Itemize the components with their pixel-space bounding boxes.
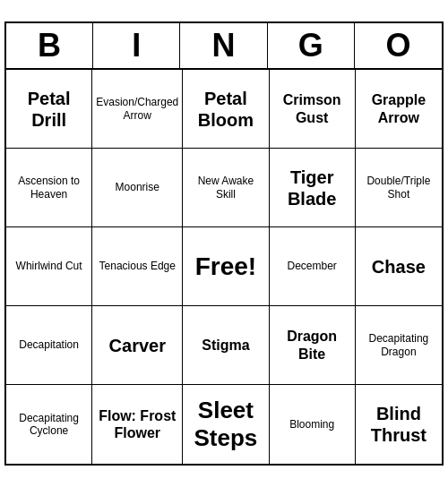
cell-text-20: Decapitating Cyclone: [10, 412, 88, 438]
cell-text-23: Blooming: [289, 418, 334, 431]
bingo-cell-1: Evasion/Charged Arrow: [92, 70, 183, 149]
bingo-cell-13: December: [270, 227, 356, 306]
header-letter-n: N: [180, 23, 267, 68]
header-letter-i: I: [93, 23, 180, 68]
bingo-cell-16: Carver: [92, 306, 183, 385]
cell-text-19: Decapitating Dragon: [359, 332, 438, 358]
bingo-cell-14: Chase: [356, 227, 442, 306]
cell-text-2: Petal Bloom: [186, 88, 264, 131]
bingo-grid: Petal DrillEvasion/Charged ArrowPetal Bl…: [6, 70, 442, 464]
cell-text-22: Sleet Steps: [186, 397, 264, 452]
bingo-cell-17: Stigma: [183, 306, 269, 385]
bingo-cell-11: Tenacious Edge: [92, 227, 183, 306]
cell-text-9: Double/Triple Shot: [359, 175, 438, 201]
cell-text-6: Moonrise: [116, 181, 159, 193]
cell-text-3: Crimson Gust: [273, 91, 351, 125]
cell-text-1: Evasion/Charged Arrow: [96, 96, 178, 122]
header-letter-b: B: [6, 23, 93, 68]
bingo-cell-19: Decapitating Dragon: [356, 306, 442, 385]
header-letter-o: O: [355, 23, 442, 68]
cell-text-7: New Awake Skill: [186, 175, 264, 201]
cell-text-10: Whirlwind Cut: [16, 260, 82, 272]
bingo-cell-10: Whirlwind Cut: [6, 227, 92, 306]
bingo-cell-22: Sleet Steps: [183, 385, 269, 464]
cell-text-18: Dragon Bite: [273, 328, 351, 362]
bingo-cell-24: Blind Thrust: [356, 385, 442, 464]
cell-text-12: Free!: [195, 252, 256, 282]
bingo-cell-20: Decapitating Cyclone: [6, 385, 92, 464]
cell-text-15: Decapitation: [19, 338, 79, 351]
cell-text-14: Chase: [372, 256, 426, 278]
bingo-card: BINGO Petal DrillEvasion/Charged ArrowPe…: [4, 21, 444, 466]
bingo-cell-8: Tiger Blade: [270, 149, 356, 227]
cell-text-24: Blind Thrust: [359, 403, 438, 446]
bingo-cell-2: Petal Bloom: [183, 70, 269, 149]
cell-text-16: Carver: [109, 335, 166, 356]
cell-text-4: Grapple Arrow: [359, 91, 438, 125]
bingo-cell-23: Blooming: [270, 385, 356, 464]
bingo-cell-21: Flow: Frost Flower: [92, 385, 183, 464]
bingo-cell-18: Dragon Bite: [270, 306, 356, 385]
cell-text-8: Tiger Blade: [273, 167, 351, 209]
bingo-cell-3: Crimson Gust: [270, 70, 356, 149]
cell-text-0: Petal Drill: [10, 88, 88, 131]
cell-text-21: Flow: Frost Flower: [96, 407, 178, 441]
bingo-cell-9: Double/Triple Shot: [356, 149, 442, 227]
bingo-cell-6: Moonrise: [92, 149, 183, 227]
cell-text-17: Stigma: [202, 337, 249, 354]
bingo-cell-4: Grapple Arrow: [356, 70, 442, 149]
header-letter-g: G: [268, 23, 355, 68]
cell-text-11: Tenacious Edge: [99, 260, 176, 272]
bingo-cell-15: Decapitation: [6, 306, 92, 385]
bingo-header: BINGO: [6, 23, 442, 70]
bingo-cell-0: Petal Drill: [6, 70, 92, 149]
bingo-cell-7: New Awake Skill: [183, 149, 269, 227]
cell-text-5: Ascension to Heaven: [10, 175, 88, 201]
cell-text-13: December: [287, 260, 336, 272]
bingo-cell-5: Ascension to Heaven: [6, 149, 92, 227]
bingo-cell-12: Free!: [183, 227, 269, 306]
